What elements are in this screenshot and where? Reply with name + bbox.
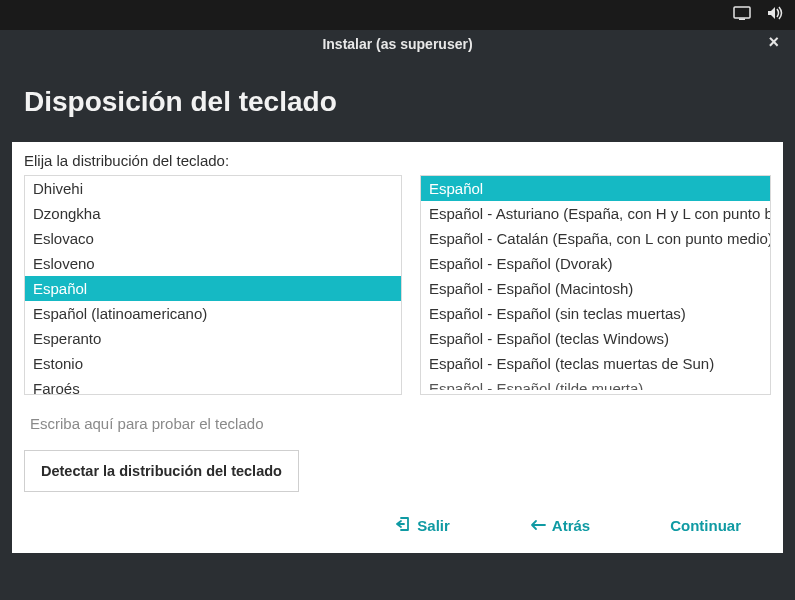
list-item[interactable]: Español (latinoamericano) [25,301,401,326]
list-item[interactable]: Español - Español (Dvorak) [421,251,770,276]
page-title: Disposición del teclado [12,58,783,142]
window-titlebar: Instalar (as superuser) × [12,30,783,58]
sound-icon[interactable] [767,6,783,24]
list-item[interactable]: Español [421,176,770,201]
list-item[interactable]: Estonio [25,351,401,376]
back-button[interactable]: Atrás [530,517,590,534]
list-item[interactable]: Dzongkha [25,201,401,226]
list-item[interactable]: Español - Asturiano (España, con H y L c… [421,201,770,226]
list-item[interactable]: Eslovaco [25,226,401,251]
quit-button[interactable]: Salir [395,516,450,535]
list-item[interactable]: Dhivehi [25,176,401,201]
list-item[interactable]: Español - Español (tilde muerta) [421,376,770,390]
svg-rect-1 [739,19,745,21]
arrow-left-icon [530,517,546,534]
quit-label: Salir [417,517,450,534]
detect-layout-button[interactable]: Detectar la distribución del teclado [24,450,299,492]
nav-row: Salir Atrás Continuar [24,492,771,553]
list-item[interactable]: Esperanto [25,326,401,351]
window-title: Instalar (as superuser) [322,36,472,52]
layout-prompt: Elija la distribución del teclado: [24,152,771,169]
system-topbar [0,0,795,30]
variant-listbox[interactable]: EspañolEspañol - Asturiano (España, con … [420,175,771,395]
list-item[interactable]: Español - Español (teclas muertas de Sun… [421,351,770,376]
list-item[interactable]: Español - Español (sin teclas muertas) [421,301,770,326]
content-area: Elija la distribución del teclado: Dhive… [12,142,783,553]
continue-label: Continuar [670,517,741,534]
list-item[interactable]: Español - Español (Macintosh) [421,276,770,301]
list-item[interactable]: Español - Español (teclas Windows) [421,326,770,351]
continue-button[interactable]: Continuar [670,517,741,534]
installer-window: Instalar (as superuser) × Disposición de… [12,30,783,563]
list-item[interactable]: Esloveno [25,251,401,276]
svg-rect-0 [734,7,750,18]
keyboard-test-input[interactable] [24,405,771,442]
list-item[interactable]: Español - Catalán (España, con L con pun… [421,226,770,251]
display-icon[interactable] [733,6,751,24]
list-item[interactable]: Faroés [25,376,401,395]
bottom-bar [12,553,783,563]
language-listbox[interactable]: DhivehiDzongkhaEslovacoEslovenoEspañolEs… [24,175,402,395]
layout-lists: DhivehiDzongkhaEslovacoEslovenoEspañolEs… [24,175,771,395]
close-icon[interactable]: × [768,33,779,51]
list-item[interactable]: Español [25,276,401,301]
back-label: Atrás [552,517,590,534]
exit-icon [395,516,411,535]
